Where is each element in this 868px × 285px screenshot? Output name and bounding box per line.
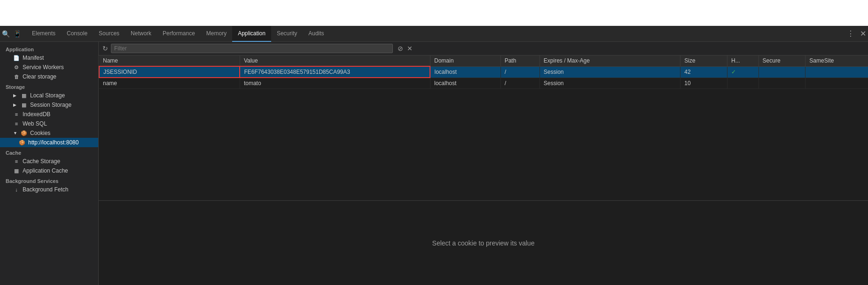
sidebar-item-clear-storage[interactable]: 🗑 Clear storage <box>0 72 98 81</box>
sidebar-section-storage: Storage <box>0 81 98 91</box>
expand-arrow-cookies: ▼ <box>13 131 18 135</box>
tab-network[interactable]: Network <box>125 26 157 42</box>
filter-input[interactable] <box>114 45 390 52</box>
tab-performance[interactable]: Performance <box>157 26 201 42</box>
table-header-row: Name Value Domain Path Expires / Max-Age… <box>99 55 868 66</box>
sidebar-item-cookies[interactable]: ▼ 🍪 Cookies <box>0 128 98 138</box>
col-header-value[interactable]: Value <box>240 55 430 66</box>
sidebar-item-localhost[interactable]: 🍪 http://localhost:8080 <box>0 138 98 147</box>
sidebar-item-manifest-label: Manifest <box>23 55 44 61</box>
filter-bar: ↻ ⊘ ✕ <box>99 42 868 55</box>
cell-size: 42 <box>680 66 727 78</box>
tab-security[interactable]: Security <box>271 26 303 42</box>
clear-storage-icon: 🗑 <box>13 73 20 80</box>
indexeddb-icon: ≡ <box>13 111 20 118</box>
cookie-table-body: JSESSIONIDFE6F7643038E0348E579151D85CA99… <box>99 66 868 89</box>
cell-samesite <box>805 66 868 78</box>
sidebar-item-service-workers[interactable]: ⚙ Service Workers <box>0 63 98 72</box>
sidebar-section-bg: Background Services <box>0 175 98 185</box>
sidebar-section-cache: Cache <box>0 147 98 157</box>
col-header-expires[interactable]: Expires / Max-Age <box>540 55 680 66</box>
cookie-table-wrap: Name Value Domain Path Expires / Max-Age… <box>99 55 868 200</box>
cell-samesite <box>805 78 868 89</box>
sidebar-item-web-sql-label: Web SQL <box>23 120 47 127</box>
tab-elements[interactable]: Elements <box>26 26 61 42</box>
col-header-size[interactable]: Size <box>680 55 727 66</box>
sidebar-item-background-fetch-label: Background Fetch <box>23 186 68 193</box>
cell-expires: Session <box>540 78 680 89</box>
col-header-path[interactable]: Path <box>500 55 540 66</box>
cookies-icon: 🍪 <box>21 130 27 136</box>
content-panel: ↻ ⊘ ✕ Name Value Domain Path <box>99 42 868 285</box>
filter-icons: ⊘ ✕ <box>398 45 413 52</box>
cell-secure <box>759 66 805 78</box>
cell-size: 10 <box>680 78 727 89</box>
service-workers-icon: ⚙ <box>13 64 20 71</box>
sidebar-item-indexeddb-label: IndexedDB <box>23 111 50 118</box>
table-row[interactable]: JSESSIONIDFE6F7643038E0348E579151D85CA99… <box>99 66 868 78</box>
sidebar-item-cookies-label: Cookies <box>30 130 50 136</box>
local-storage-icon: ▦ <box>21 92 27 99</box>
sidebar-item-session-storage-label: Session Storage <box>30 102 71 108</box>
sidebar-item-cache-storage[interactable]: ≡ Cache Storage <box>0 157 98 166</box>
cookie-table: Name Value Domain Path Expires / Max-Age… <box>99 55 868 89</box>
tab-sources[interactable]: Sources <box>93 26 125 42</box>
close-devtools-icon[interactable]: ✕ <box>860 29 866 38</box>
sidebar: Application 📄 Manifest ⚙ Service Workers… <box>0 42 99 285</box>
cell-expires: Session <box>540 66 680 78</box>
device-icon[interactable]: 📱 <box>13 30 21 38</box>
tab-console[interactable]: Console <box>61 26 93 42</box>
preview-area: Select a cookie to preview its value <box>99 200 868 285</box>
devtools-tabbar: 🔍 📱 Elements Console Sources Network Per… <box>0 26 868 42</box>
sidebar-item-application-cache-label: Application Cache <box>23 167 68 174</box>
sidebar-item-localhost-label: http://localhost:8080 <box>28 139 78 146</box>
tab-right-controls: ⋮ ✕ <box>845 29 866 38</box>
filter-clear-icon[interactable]: ⊘ <box>398 45 403 52</box>
cache-storage-icon: ≡ <box>13 158 20 165</box>
sidebar-item-session-storage[interactable]: ▶ ▦ Session Storage <box>0 100 98 110</box>
sidebar-item-manifest[interactable]: 📄 Manifest <box>0 53 98 63</box>
sidebar-item-application-cache[interactable]: ▦ Application Cache <box>0 166 98 175</box>
web-sql-icon: ≡ <box>13 120 20 127</box>
devtools-icons: 🔍 📱 <box>2 30 21 38</box>
application-cache-icon: ▦ <box>13 167 20 174</box>
preview-text: Select a cookie to preview its value <box>432 239 535 247</box>
cell-secure <box>759 78 805 89</box>
sidebar-section-application: Application <box>0 44 98 53</box>
cell-http: ✓ <box>727 66 759 78</box>
browser-area <box>0 0 868 26</box>
cell-name: name <box>99 78 240 89</box>
cell-value: tomato <box>240 78 430 89</box>
col-header-samesite[interactable]: SameSite <box>805 55 868 66</box>
sidebar-item-clear-storage-label: Clear storage <box>23 73 56 80</box>
manifest-icon: 📄 <box>13 55 20 61</box>
tab-audits[interactable]: Audits <box>303 26 329 42</box>
refresh-icon[interactable]: ↻ <box>102 45 108 52</box>
filter-close-icon[interactable]: ✕ <box>407 45 413 52</box>
col-header-name[interactable]: Name <box>99 55 240 66</box>
sidebar-item-indexeddb[interactable]: ≡ IndexedDB <box>0 110 98 119</box>
sidebar-item-web-sql[interactable]: ≡ Web SQL <box>0 119 98 128</box>
table-row[interactable]: nametomatolocalhost/Session10 <box>99 78 868 89</box>
sidebar-item-local-storage[interactable]: ▶ ▦ Local Storage <box>0 91 98 100</box>
tab-application[interactable]: Application <box>232 26 271 42</box>
sidebar-item-service-workers-label: Service Workers <box>23 64 64 71</box>
col-header-secure[interactable]: Secure <box>759 55 805 66</box>
sidebar-item-cache-storage-label: Cache Storage <box>23 158 60 165</box>
expand-arrow-session: ▶ <box>13 103 18 107</box>
cell-path: / <box>500 78 540 89</box>
cell-domain: localhost <box>430 78 500 89</box>
localhost-cookie-icon: 🍪 <box>19 139 25 146</box>
filter-input-wrap <box>111 44 393 53</box>
inspect-icon[interactable]: 🔍 <box>2 30 9 38</box>
tab-memory[interactable]: Memory <box>201 26 232 42</box>
cell-path: / <box>500 66 540 78</box>
col-header-http[interactable]: H... <box>727 55 759 66</box>
session-storage-icon: ▦ <box>21 102 27 108</box>
cell-value: FE6F7643038E0348E579151D85CA99A3 <box>240 66 430 78</box>
col-header-domain[interactable]: Domain <box>430 55 500 66</box>
sidebar-item-background-fetch[interactable]: ↓ Background Fetch <box>0 185 98 194</box>
sidebar-item-local-storage-label: Local Storage <box>30 92 65 99</box>
expand-arrow-local: ▶ <box>13 93 18 98</box>
more-options-icon[interactable]: ⋮ <box>845 29 856 38</box>
